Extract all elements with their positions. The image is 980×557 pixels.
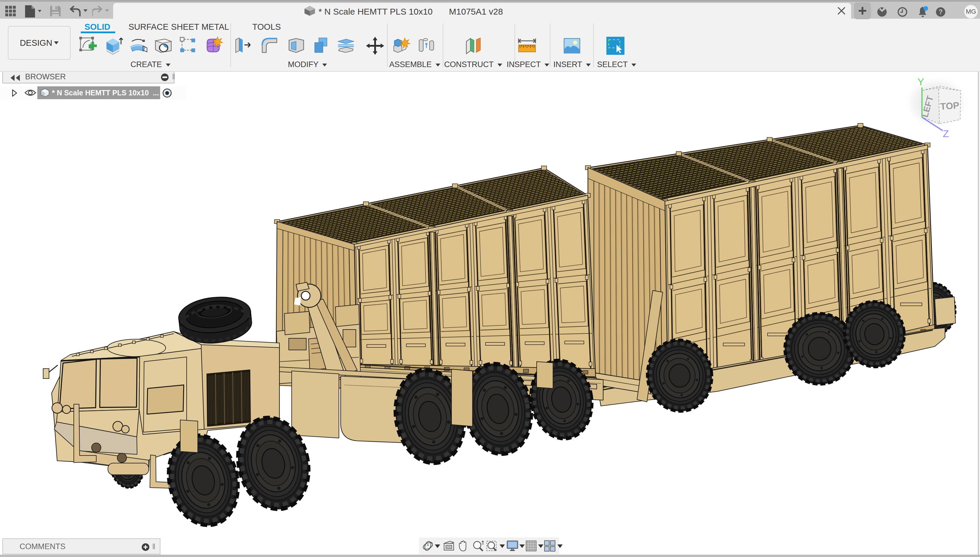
svg-text:Y: Y: [918, 76, 924, 87]
svg-text:?: ?: [939, 8, 943, 16]
svg-text:TOP: TOP: [940, 100, 960, 112]
svg-text:Z: Z: [943, 128, 949, 139]
